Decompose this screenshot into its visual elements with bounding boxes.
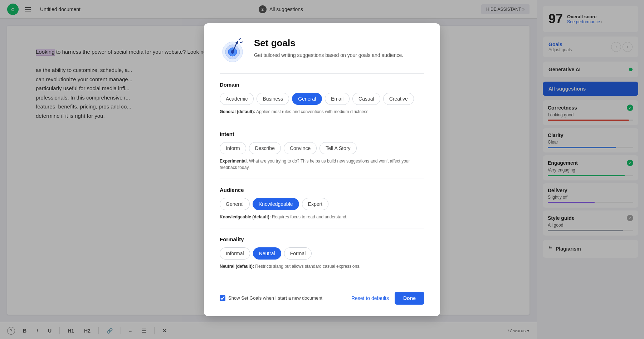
audience-general-pill[interactable]: General bbox=[220, 198, 250, 210]
formality-informal-pill[interactable]: Informal bbox=[220, 247, 250, 260]
intent-label: Intent bbox=[220, 131, 424, 137]
svg-line-8 bbox=[239, 38, 240, 40]
formality-neutral-pill[interactable]: Neutral bbox=[253, 247, 281, 260]
modal-overlay: Set goals Get tailored writing suggestio… bbox=[0, 0, 644, 339]
formality-pill-group: Informal Neutral Formal bbox=[220, 247, 424, 260]
modal-title: Set goals bbox=[254, 38, 403, 49]
intent-tell-a-story-pill[interactable]: Tell A Story bbox=[319, 142, 356, 154]
modal-title-block: Set goals Get tailored writing suggestio… bbox=[254, 38, 403, 59]
domain-academic-pill[interactable]: Academic bbox=[220, 93, 254, 105]
domain-casual-pill[interactable]: Casual bbox=[352, 93, 380, 105]
svg-point-5 bbox=[231, 50, 234, 54]
formality-label: Formality bbox=[220, 236, 424, 242]
show-goals-checkbox-label[interactable]: Show Set Goals when I start a new docume… bbox=[220, 295, 322, 301]
modal-header: Set goals Get tailored writing suggestio… bbox=[220, 38, 424, 63]
done-button[interactable]: Done bbox=[395, 292, 424, 305]
svg-line-9 bbox=[240, 42, 243, 43]
intent-describe-pill[interactable]: Describe bbox=[249, 142, 281, 154]
audience-knowledgeable-pill[interactable]: Knowledgeable bbox=[253, 198, 299, 210]
intent-section: Intent Inform Describe Convince Tell A S… bbox=[220, 123, 424, 179]
reset-defaults-button[interactable]: Reset to defaults bbox=[351, 295, 389, 301]
modal-subtitle: Get tailored writing suggestions based o… bbox=[254, 52, 403, 59]
intent-pill-group: Inform Describe Convince Tell A Story bbox=[220, 142, 424, 154]
audience-pill-group: General Knowledgeable Expert bbox=[220, 198, 424, 210]
domain-label: Domain bbox=[220, 82, 424, 88]
audience-expert-pill[interactable]: Expert bbox=[302, 198, 328, 210]
audience-section: Audience General Knowledgeable Expert Kn… bbox=[220, 179, 424, 228]
domain-general-pill[interactable]: General bbox=[292, 93, 322, 105]
audience-label: Audience bbox=[220, 187, 424, 193]
intent-convince-pill[interactable]: Convince bbox=[284, 142, 317, 154]
domain-email-pill[interactable]: Email bbox=[325, 93, 350, 105]
domain-pill-group: Academic Business General Email Casual C… bbox=[220, 93, 424, 105]
set-goals-modal: Set goals Get tailored writing suggestio… bbox=[204, 23, 440, 316]
intent-note: Experimental. What are you trying to do?… bbox=[220, 158, 424, 171]
formality-section: Formality Informal Neutral Formal Neutra… bbox=[220, 228, 424, 277]
modal-footer: Show Set Goals when I start a new docume… bbox=[220, 286, 424, 305]
domain-section: Domain Academic Business General Email C… bbox=[220, 73, 424, 123]
formality-note: Neutral (default): Restricts slang but a… bbox=[220, 263, 424, 270]
intent-inform-pill[interactable]: Inform bbox=[220, 142, 246, 154]
domain-creative-pill[interactable]: Creative bbox=[383, 93, 414, 105]
show-goals-label: Show Set Goals when I start a new docume… bbox=[228, 295, 322, 301]
show-goals-checkbox[interactable] bbox=[220, 295, 225, 301]
domain-note: General (default): Applies most rules an… bbox=[220, 108, 424, 115]
domain-business-pill[interactable]: Business bbox=[257, 93, 289, 105]
modal-icon bbox=[220, 38, 245, 63]
formality-formal-pill[interactable]: Formal bbox=[284, 247, 312, 260]
audience-note: Knowledgeable (default): Requires focus … bbox=[220, 214, 424, 220]
